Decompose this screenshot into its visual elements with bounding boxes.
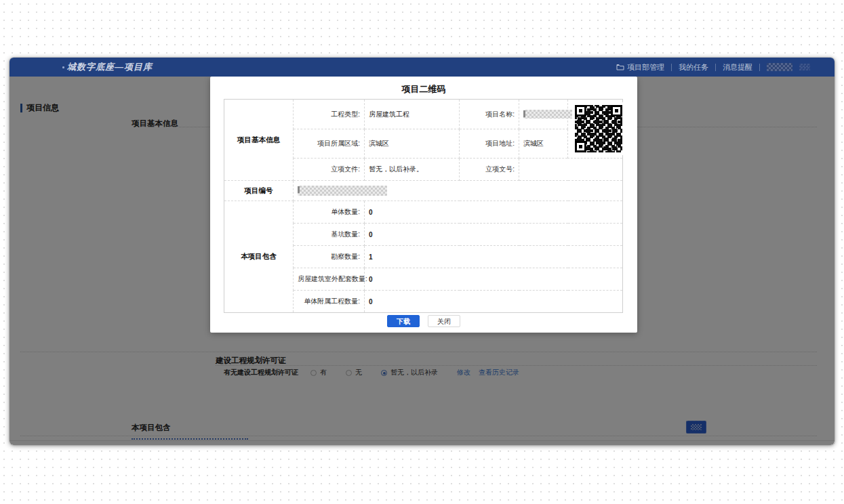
qr-finder-icon (575, 105, 586, 117)
group-includes: 本项目包含 (224, 201, 294, 313)
app-title: 城数字底座—项目库 (67, 61, 153, 73)
unit-count-value: 0 (365, 201, 623, 224)
approval-number-label: 立项文号: (460, 159, 519, 181)
project-code-redacted-block (298, 186, 387, 196)
qr-finder-icon (575, 141, 586, 152)
nav-messages-label: 消息提醒 (723, 62, 752, 72)
top-navbar: 城数字底座—项目库 项目部管理 我的任务 消息提醒 (9, 58, 835, 77)
close-button[interactable]: 关闭 (428, 315, 460, 327)
unit-count-label: 单体数量: (294, 201, 365, 224)
outdoor-support-count-label: 房屋建筑室外配套数量: (294, 268, 365, 291)
nav-separator (671, 64, 672, 71)
survey-count-label: 勘察数量: (294, 246, 365, 268)
modal-button-row: 下载 关闭 (210, 315, 637, 327)
project-name-value (519, 100, 568, 129)
qr-code-cell (568, 100, 623, 159)
nav-my-tasks[interactable]: 我的任务 (679, 62, 708, 72)
group-basic-info: 项目基本信息 (224, 100, 294, 181)
pit-count-label: 基坑数量: (294, 224, 365, 246)
group-project-code: 项目编号 (224, 181, 294, 201)
app-window: 城数字底座—项目库 项目部管理 我的任务 消息提醒 (9, 58, 835, 445)
table-row: 项目基本信息 工程类型: 房屋建筑工程 项目名称: (224, 100, 623, 129)
download-button[interactable]: 下载 (387, 315, 420, 327)
address-label: 项目地址: (460, 129, 519, 159)
approval-file-value: 暂无，以后补录。 (365, 159, 460, 181)
nav-my-tasks-label: 我的任务 (679, 62, 708, 72)
region-value: 滨城区 (365, 129, 460, 159)
modal-title: 项目二维码 (210, 77, 637, 96)
project-code-value (294, 181, 623, 201)
top-nav-links: 项目部管理 我的任务 消息提醒 (616, 62, 810, 72)
project-qr-code (572, 102, 625, 155)
nav-messages[interactable]: 消息提醒 (723, 62, 752, 72)
nav-user-redacted[interactable] (767, 63, 792, 71)
outdoor-support-count-value: 0 (365, 268, 623, 291)
approval-file-label: 立项文件: (294, 159, 365, 181)
nav-project-dept-label: 项目部管理 (627, 62, 664, 72)
region-label: 项目所属区域: (294, 129, 365, 159)
engineering-type-value: 房屋建筑工程 (365, 100, 460, 129)
username-redacted-block (767, 63, 792, 71)
table-row: 项目编号 (224, 181, 623, 201)
attached-work-count-value: 0 (365, 291, 623, 313)
survey-count-value: 1 (365, 246, 623, 268)
nav-trailing-redacted-block (799, 64, 810, 70)
brand: 城数字底座—项目库 (62, 61, 153, 73)
attached-work-count-label: 单体附属工程数量: (294, 291, 365, 313)
folder-icon (616, 64, 624, 70)
qr-modal: 项目二维码 项目基本信息 工程类型: 房屋建筑工程 项目名称: (210, 77, 637, 333)
project-name-label: 项目名称: (460, 100, 519, 129)
brand-logo-mark (62, 66, 64, 68)
qr-finder-icon (611, 105, 622, 117)
qr-info-table: 项目基本信息 工程类型: 房屋建筑工程 项目名称: 项目所属区域: 滨城区 项目… (224, 99, 623, 313)
nav-project-dept[interactable]: 项目部管理 (616, 62, 664, 72)
pit-count-value: 0 (365, 224, 623, 246)
address-value: 滨城区 (519, 129, 568, 159)
table-row: 本项目包含 单体数量: 0 (224, 201, 623, 224)
nav-separator (715, 64, 716, 71)
engineering-type-label: 工程类型: (294, 100, 365, 129)
nav-separator (759, 64, 760, 71)
approval-number-value (519, 159, 623, 181)
